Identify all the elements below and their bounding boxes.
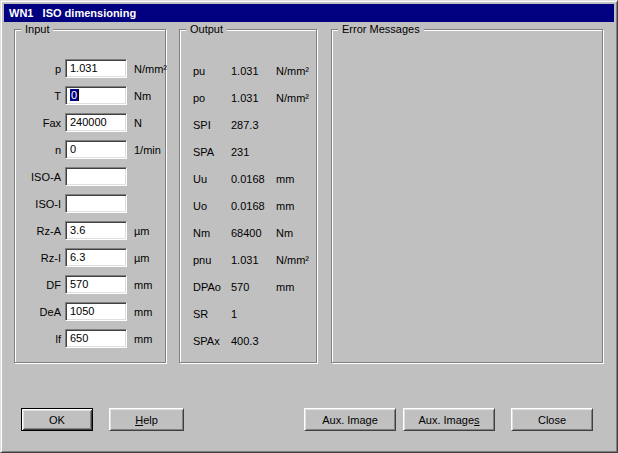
t-input[interactable]: 0 [65,86,127,105]
dea-label: DeA [17,306,61,318]
iso-i-label: ISO-I [17,198,61,210]
p-unit: N/mm² [134,63,167,75]
input-group: Input p 1.031 N/mm² T 0 Nm Fax 240000 N … [14,29,166,363]
aux-images-button[interactable]: Aux. Images [403,408,495,431]
input-row-lf: lf 650 mm [17,329,163,348]
p-label: p [17,63,61,75]
input-row-iso-i: ISO-I [17,194,163,213]
input-row-rz-i: Rz-I 6.3 µm [17,248,163,267]
output-group: Output pu 1.031 N/mm² po 1.031 N/mm² SPI… [179,29,317,363]
output-group-label: Output [186,23,227,36]
dea-unit: mm [134,306,152,318]
input-row-t: T 0 Nm [17,86,163,105]
input-row-dea: DeA 1050 mm [17,302,163,321]
output-row-dpao: DPAo 570 mm [193,277,314,296]
p-input[interactable]: 1.031 [65,59,127,78]
fax-label: Fax [17,117,61,129]
lf-label: lf [17,333,61,345]
df-unit: mm [134,279,152,291]
n-unit: 1/min [134,144,161,156]
df-label: DF [17,279,61,291]
text-caret [78,89,79,101]
input-row-n: n 0 1/min [17,140,163,159]
output-row-spax: SPAx 400.3 [193,331,314,350]
t-unit: Nm [134,90,151,102]
rz-i-label: Rz-I [17,252,61,264]
rz-a-input[interactable]: 3.6 [65,221,127,240]
output-row-sr: SR 1 [193,304,314,323]
n-input[interactable]: 0 [65,140,127,159]
dea-input[interactable]: 1050 [65,302,127,321]
input-row-iso-a: ISO-A [17,167,163,186]
input-row-fax: Fax 240000 N [17,113,163,132]
window-title: WN1 ISO dimensioning [9,7,136,19]
error-messages-group: Error Messages [331,29,603,363]
error-messages-group-label: Error Messages [338,23,424,36]
input-group-label: Input [21,23,53,36]
df-input[interactable]: 570 [65,275,127,294]
titlebar[interactable]: WN1 ISO dimensioning [4,4,614,22]
iso-i-input[interactable] [65,194,127,213]
output-row-pnu: pnu 1.031 N/mm² [193,250,314,269]
ok-button[interactable]: OK [21,408,93,431]
n-label: n [17,144,61,156]
rz-a-unit: µm [134,225,150,237]
input-row-p: p 1.031 N/mm² [17,59,163,78]
t-label: T [17,90,61,102]
fax-unit: N [134,117,142,129]
output-row-spi: SPI 287.3 [193,115,314,134]
lf-unit: mm [134,333,152,345]
iso-a-input[interactable] [65,167,127,186]
output-row-pu: pu 1.031 N/mm² [193,61,314,80]
dialog-window: WN1 ISO dimensioning Input p 1.031 N/mm²… [0,0,618,453]
help-button[interactable]: Help [109,408,184,431]
output-row-uo: Uo 0.0168 mm [193,196,314,215]
fax-input[interactable]: 240000 [65,113,127,132]
aux-image-button[interactable]: Aux. Image [304,408,396,431]
input-row-df: DF 570 mm [17,275,163,294]
output-row-po: po 1.031 N/mm² [193,88,314,107]
output-row-spa: SPA 231 [193,142,314,161]
input-row-rz-a: Rz-A 3.6 µm [17,221,163,240]
rz-i-input[interactable]: 6.3 [65,248,127,267]
rz-i-unit: µm [134,252,150,264]
lf-input[interactable]: 650 [65,329,127,348]
output-row-nm: Nm 68400 Nm [193,223,314,242]
rz-a-label: Rz-A [17,225,61,237]
iso-a-label: ISO-A [17,171,61,183]
output-row-uu: Uu 0.0168 mm [193,169,314,188]
close-button[interactable]: Close [511,408,593,431]
